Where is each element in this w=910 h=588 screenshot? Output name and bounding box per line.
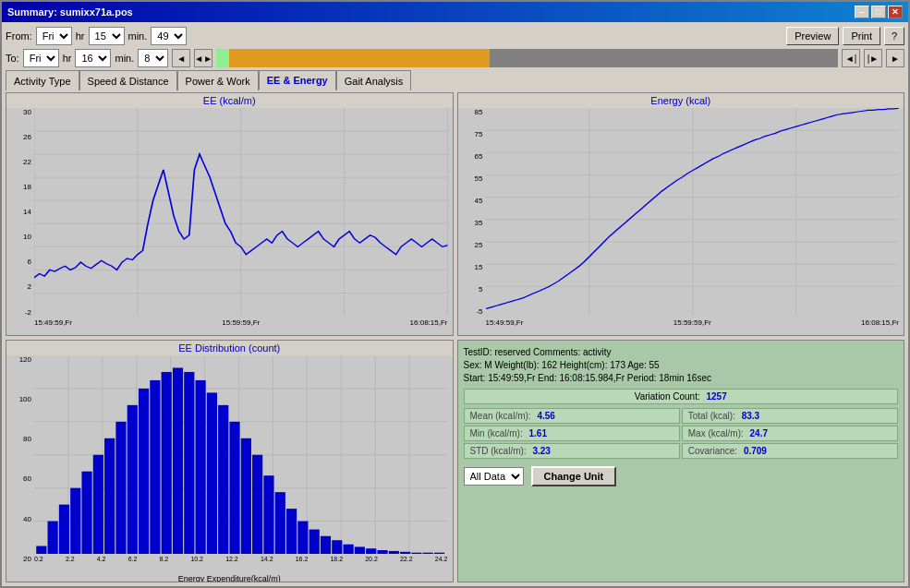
ee-x-axis: 15:49:59,Fr 15:59:59,Fr 16:08:15,Fr <box>34 317 448 335</box>
minimize-button[interactable]: – <box>855 6 869 18</box>
svg-rect-61 <box>241 438 251 554</box>
to-day-select[interactable]: Fri <box>23 49 59 67</box>
from-day-select[interactable]: Fri <box>36 27 72 45</box>
to-min-select[interactable]: 8 <box>138 49 168 67</box>
svg-rect-54 <box>162 371 172 554</box>
preview-button[interactable]: Preview <box>786 27 839 45</box>
svg-rect-64 <box>275 492 285 554</box>
variation-row: Variation Count: 1257 <box>464 389 899 404</box>
info-test-id: TestID: reserved Comments: activity <box>464 346 899 359</box>
covariance-value: 0.709 <box>744 446 767 456</box>
svg-rect-52 <box>139 388 149 554</box>
to-hr-select[interactable]: 16 <box>75 49 111 67</box>
to-label: To: <box>6 53 19 64</box>
to-min-label: min. <box>115 53 134 64</box>
nav-prev-button[interactable]: ◄ <box>172 49 190 67</box>
svg-rect-45 <box>59 504 69 554</box>
ee-y-axis: 30 26 22 18 14 10 6 2 -2 <box>6 108 34 317</box>
help-button[interactable]: ? <box>884 27 904 45</box>
tab-speed[interactable]: Speed & Distance <box>79 70 177 90</box>
from-hr-label: hr <box>76 30 85 42</box>
svg-rect-62 <box>252 454 262 554</box>
close-button[interactable]: ✕ <box>888 6 903 18</box>
nav-next-button[interactable]: |► <box>864 49 882 67</box>
all-data-select[interactable]: All Data <box>464 467 524 486</box>
svg-rect-63 <box>263 475 273 554</box>
info-sex-weight: Sex: M Weight(lb): 162 Height(cm): 173 A… <box>464 359 899 372</box>
timeline-bar[interactable] <box>216 49 838 67</box>
ee-chart-title: EE (kcal/m) <box>6 93 453 108</box>
svg-rect-66 <box>297 521 308 554</box>
svg-rect-67 <box>309 529 320 554</box>
ee-svg <box>34 108 448 317</box>
to-hr-label: hr <box>63 53 72 64</box>
from-row: From: Fri hr 15 min. 49 Preview Print ? <box>6 26 904 46</box>
tab-power[interactable]: Power & Work <box>177 70 259 90</box>
svg-rect-65 <box>286 509 297 554</box>
window-title: Summary: sumixx71a.pos <box>7 6 133 18</box>
window-content: From: Fri hr 15 min. 49 Preview Print ? … <box>2 22 908 586</box>
energy-x-axis: 15:49:59,Fr 15:59:59,Fr 16:08:15,Fr <box>486 317 900 335</box>
main-window: Summary: sumixx71a.pos – □ ✕ From: Fri h… <box>0 0 910 588</box>
stats-grid: Mean (kcal/m): 4.56 Total (kcal): 83.3 M… <box>464 408 899 459</box>
svg-rect-58 <box>207 392 217 554</box>
nav-next2-button[interactable]: ► <box>886 49 904 67</box>
print-button[interactable]: Print <box>843 27 880 45</box>
nav-split-button[interactable]: ◄► <box>194 49 212 67</box>
from-label: From: <box>6 30 32 42</box>
std-value: 3.23 <box>532 446 550 456</box>
variation-value: 1257 <box>707 391 727 402</box>
tabs-container: Activity Type Speed & Distance Power & W… <box>6 70 904 90</box>
maximize-button[interactable]: □ <box>871 6 886 18</box>
from-min-select[interactable]: 49 <box>151 27 187 45</box>
bottom-controls: All Data Change Unit <box>464 466 899 486</box>
svg-rect-47 <box>81 471 91 554</box>
max-label: Max (kcal/m): <box>688 428 744 438</box>
svg-rect-51 <box>127 404 138 554</box>
svg-rect-55 <box>173 367 183 554</box>
total-label: Total (kcal): <box>688 411 735 421</box>
mean-value: 4.56 <box>537 411 554 421</box>
to-row: To: Fri hr 16 min. 8 ◄ ◄► ◄| |► ► <box>6 48 904 68</box>
energy-svg-container <box>486 108 900 317</box>
svg-rect-57 <box>196 379 206 554</box>
tab-gait[interactable]: Gait Analysis <box>336 70 412 90</box>
change-unit-button[interactable]: Change Unit <box>531 466 617 486</box>
distribution-chart-area: 120 100 80 60 40 20 <box>6 355 453 582</box>
svg-rect-69 <box>332 540 342 554</box>
main-area: EE (kcal/m) 30 26 22 18 14 10 6 2 -2 <box>6 92 904 582</box>
svg-rect-71 <box>355 546 365 554</box>
energy-chart-area: 85 75 65 55 45 35 25 15 5 -5 <box>458 108 904 335</box>
title-bar: Summary: sumixx71a.pos – □ ✕ <box>2 2 908 22</box>
total-value: 83.3 <box>742 411 759 421</box>
timeline-container <box>216 49 838 67</box>
energy-chart-panel: Energy (kcal) 85 75 65 55 45 35 25 15 5 … <box>457 92 905 336</box>
mean-cell: Mean (kcal/m): 4.56 <box>464 408 680 424</box>
info-panel: TestID: reserved Comments: activity Sex:… <box>457 340 905 583</box>
max-value: 24.7 <box>750 428 768 438</box>
svg-rect-48 <box>93 454 103 554</box>
title-bar-buttons: – □ ✕ <box>855 6 903 18</box>
ee-chart-area: 30 26 22 18 14 10 6 2 -2 <box>6 108 453 335</box>
nav-prev2-button[interactable]: ◄| <box>842 49 860 67</box>
min-cell: Min (kcal/m): 1.61 <box>464 426 680 441</box>
std-cell: STD (kcal/m): 3.23 <box>464 443 680 459</box>
distribution-chart-panel: EE Distribution (count) 120 100 80 60 40… <box>6 340 454 583</box>
from-min-label: min. <box>128 30 148 42</box>
min-label: Min (kcal/m): <box>470 428 523 438</box>
dist-svg <box>34 355 448 555</box>
tab-ee[interactable]: EE & Energy <box>259 70 336 90</box>
svg-rect-44 <box>48 521 58 554</box>
min-value: 1.61 <box>529 428 547 438</box>
ee-chart-panel: EE (kcal/m) 30 26 22 18 14 10 6 2 -2 <box>6 92 454 336</box>
tab-activity[interactable]: Activity Type <box>6 70 79 90</box>
info-time-range: Start: 15:49:59,Fr End: 16:08:15.984,Fr … <box>464 372 899 385</box>
svg-rect-56 <box>184 371 194 554</box>
svg-rect-59 <box>218 404 228 554</box>
from-hr-select[interactable]: 15 <box>89 27 125 45</box>
mean-label: Mean (kcal/m): <box>470 411 531 421</box>
dist-svg-container <box>34 355 448 555</box>
energy-svg <box>486 108 900 317</box>
svg-rect-70 <box>344 544 354 554</box>
covariance-cell: Covariance: 0.709 <box>682 443 898 459</box>
